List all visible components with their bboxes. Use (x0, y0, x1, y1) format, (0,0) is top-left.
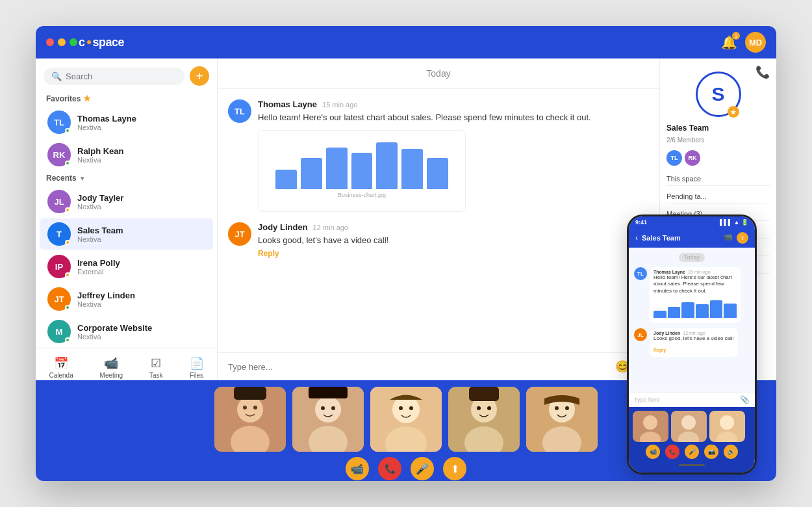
phone-camera-ctrl[interactable]: 📷 (704, 445, 718, 459)
bar-5 (376, 142, 398, 189)
contact-info-jody-tayler: Jody Tayler Nextiva (77, 193, 123, 211)
panel-item-pending[interactable]: Pending ta... (666, 190, 770, 203)
phone-user-icon[interactable]: T (737, 232, 748, 244)
svg-point-15 (399, 406, 403, 410)
video-toggle-button[interactable]: 📹 (346, 457, 369, 480)
close-button[interactable] (46, 38, 54, 46)
search-input[interactable] (66, 72, 177, 81)
contact-sub: External (77, 268, 120, 276)
recents-label: Recents (46, 174, 77, 183)
nav-label-meeting: Meeting (100, 372, 123, 379)
status-dot-green (65, 161, 70, 166)
chat-date-label: Today (426, 68, 450, 79)
notification-badge: 1 (732, 32, 740, 40)
contact-sub: Nextiva (77, 300, 135, 308)
phone-speaker-ctrl[interactable]: 🔊 (724, 445, 738, 459)
search-box[interactable]: 🔍 (44, 68, 184, 85)
contact-name: Sales Team (77, 226, 123, 235)
nav-meeting[interactable]: 📹 Meeting (92, 354, 131, 380)
avatar-corporate-website: M (47, 320, 71, 343)
phone-video-icon[interactable]: 📹 (723, 232, 733, 244)
search-icon: 🔍 (51, 72, 62, 81)
phone-face-1 (633, 411, 668, 442)
phone-header-icons: 📹 T (723, 232, 748, 244)
user-avatar-header[interactable]: MD (745, 32, 766, 53)
add-button[interactable]: + (190, 66, 209, 86)
chat-input[interactable] (228, 362, 610, 372)
phone-date-label: Today (679, 253, 705, 262)
nav-calendar[interactable]: 📅 Calenda (41, 354, 81, 380)
hangup-button[interactable]: 📞 (378, 457, 401, 480)
avatar-initials: JL (54, 197, 64, 207)
phone-bubble-2: Jody Linden 12 min ago Looks good, let's… (650, 328, 738, 356)
phone-attach-icon[interactable]: 📎 (740, 395, 750, 404)
msg-sender-name: Thomas Layne (258, 99, 317, 109)
status-dot-green (65, 305, 70, 310)
contact-info-corporate-website: Corporate Website Nextiva (77, 323, 152, 341)
msg-time: 15 min ago (322, 101, 357, 109)
svg-point-3 (243, 406, 247, 410)
member-avatars: TL RK (666, 150, 770, 166)
maximize-button[interactable] (70, 38, 77, 46)
phone-reply-link[interactable]: Reply (653, 348, 666, 352)
reply-link[interactable]: Reply (258, 249, 279, 258)
contact-name: Irena Polly (77, 258, 120, 268)
chat-main: Today TL Thomas Layne 15 min ago Hello t… (218, 58, 659, 380)
panel-item-space[interactable]: This space (666, 172, 770, 186)
status-dot-green (65, 337, 70, 343)
sidebar-item-corporate-website[interactable]: M Corporate Website Nextiva (40, 316, 213, 347)
sidebar-item-jeffrey-linden[interactable]: JT Jeffrey Linden Nextiva (40, 283, 213, 315)
panel-star-icon: ★ (728, 106, 739, 118)
svg-rect-5 (234, 387, 266, 400)
phone-icon[interactable]: 📞 (755, 65, 770, 79)
sidebar-item-jody-tayler[interactable]: JL Jody Tayler Nextiva (40, 186, 213, 217)
phone-bar-6 (724, 304, 737, 318)
phone-status-bar: 9:41 ▌▌▌ ▲ 🔋 (629, 216, 755, 228)
sidebar-item-sales-team[interactable]: T Sales Team Nextiva (40, 218, 213, 250)
title-bar: c space 🔔 1 MD (36, 26, 776, 58)
phone-back-button[interactable]: ‹ (635, 233, 638, 242)
panel-avatar-letter: S (711, 83, 724, 105)
participant-face-1 (214, 387, 286, 452)
nav-files[interactable]: 📄 Files (182, 354, 212, 380)
mute-button[interactable]: 🎤 (411, 457, 434, 480)
phone-video-ctrl[interactable]: 📹 (646, 445, 660, 459)
svg-point-1 (237, 396, 263, 422)
phone-msg-avatar-1: TL (634, 267, 647, 280)
msg-avatar-thomas: TL (228, 99, 251, 123)
avatar-initials: TL (54, 118, 64, 127)
logo-text2: space (93, 36, 125, 49)
meeting-icon: 📹 (104, 356, 118, 370)
msg-sender-name-2: Jody Linden (258, 222, 308, 232)
sidebar-item-irena-polly[interactable]: IP Irena Polly External (40, 251, 213, 282)
phone-bar-3 (681, 302, 694, 318)
sidebar-item-thomas-layne[interactable]: TL Thomas Layne Nextiva (40, 107, 213, 138)
notification-icon[interactable]: 🔔 1 (721, 34, 737, 50)
msg-time-2: 12 min ago (313, 224, 348, 231)
phone-chat-header: ‹ Sales Team 📹 T (629, 228, 755, 248)
minimize-button[interactable] (58, 38, 66, 46)
phone-hangup-ctrl[interactable]: 📞 (665, 445, 679, 459)
phone-status-icons: ▌▌▌ ▲ 🔋 (720, 219, 748, 226)
files-icon: 📄 (190, 356, 204, 370)
phone-bar-2 (668, 307, 681, 318)
sidebar-search-row: 🔍 + (36, 58, 217, 91)
nav-label-files: Files (190, 372, 203, 379)
participant-face-2 (292, 387, 364, 452)
message-row: TL Thomas Layne 15 min ago Hello team! H… (228, 99, 649, 212)
screen-share-button[interactable]: ⬆ (443, 457, 466, 480)
messages-area: TL Thomas Layne 15 min ago Hello team! H… (218, 89, 659, 352)
avatar-initials: M (56, 327, 63, 337)
chat-header: Today (218, 58, 659, 89)
phone-msg-time-1: 15 min ago (688, 270, 711, 274)
contact-info-thomas-layne: Thomas Layne Nextiva (77, 114, 136, 131)
avatar-initials: T (57, 229, 62, 239)
phone-drag-bar (679, 464, 705, 466)
video-face-1 (214, 387, 286, 452)
svg-point-20 (477, 406, 481, 410)
phone-mic-ctrl[interactable]: 🎤 (685, 445, 699, 459)
sidebar-item-ralph-kean[interactable]: RK Ralph Kean Nextiva (40, 139, 213, 170)
msg-header-1: Thomas Layne 15 min ago (258, 99, 649, 109)
nav-task[interactable]: ☑ Task (142, 354, 171, 380)
panel-member-count: 2/6 Members (666, 136, 770, 144)
